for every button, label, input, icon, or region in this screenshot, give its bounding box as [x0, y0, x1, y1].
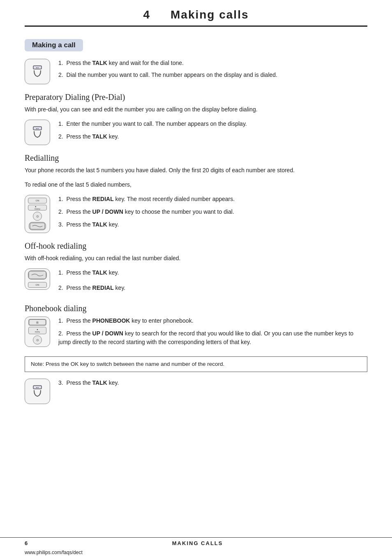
offhook-steps: 1. Press the TALK key. 2. Press the REDI… [58, 268, 367, 296]
step-item: 1. Press the REDIAL key. The most recent… [58, 195, 367, 203]
preparatory-dialing-heading: Preparatory Dialing (Pre-Dial) [25, 92, 367, 102]
phonebook-heading: Phonebook dialing [25, 304, 367, 313]
making-a-call-section: Making a call ■ ■ 1. Press the TALK [25, 39, 367, 84]
redialling-intro: Your phone records the last 5 numbers yo… [25, 166, 367, 175]
chapter-number: 4 [143, 8, 151, 21]
redialling-content: ON ▲menu ⊙ 1. Pre [25, 195, 367, 233]
step-item: 1. Press the TALK key and wait for the d… [58, 59, 367, 67]
offhook-intro: With off-hook redialing, you can redial … [25, 254, 367, 263]
note-box: Note: Press the OK key to switch between… [25, 356, 367, 372]
handset-icon-making-call: ■ ■ [25, 59, 50, 84]
chapter-title: Making calls [171, 8, 249, 21]
making-a-call-heading: Making a call [32, 41, 76, 49]
multibutton-icon-offhook: ON [25, 268, 50, 290]
redialling-steps: 1. Press the REDIAL key. The most recent… [58, 195, 367, 232]
preparatory-dialing-section: Preparatory Dialing (Pre-Dial) With pre-… [25, 92, 367, 145]
step-item: 3. Press the TALK key. [58, 379, 367, 387]
phonebook-steps: 1. Press the PHONEBOOK key to enter phon… [58, 317, 367, 350]
step-item: 2. Press the REDIAL key. [58, 284, 367, 292]
step-item: 2. Dial the number you want to call. The… [58, 71, 367, 79]
step-item: 1. Press the TALK key. [58, 268, 367, 277]
step-item: 1. Press the PHONEBOOK key to enter phon… [58, 317, 367, 325]
svg-text:■ ■: ■ ■ [36, 127, 39, 129]
offhook-heading: Off-hook redialing [25, 241, 367, 251]
step-item: 2. Press the TALK key. [58, 132, 367, 141]
svg-text:■ ■: ■ ■ [36, 67, 39, 69]
phonebook-section: Phonebook dialing ⊞ ▲menu ⊙ [25, 304, 367, 404]
step-item: 2. Press the UP / DOWN key to choose the… [58, 208, 367, 216]
footer-page-number: 6 [25, 540, 28, 546]
redialling-heading: Redialling [25, 153, 367, 163]
making-a-call-content: ■ ■ 1. Press the TALK key and wait for t… [25, 59, 367, 84]
note-text: Note: Press the OK key to switch between… [31, 361, 224, 367]
redialling-intro2: To redial one of the last 5 dialed numbe… [25, 180, 367, 189]
preparatory-dialing-content: ■ ■ 1. Enter the number you want to call… [25, 120, 367, 145]
step-item: 2. Press the UP / DOWN key to search for… [58, 329, 367, 347]
offhook-section: Off-hook redialing With off-hook rediali… [25, 241, 367, 296]
redialling-section: Redialling Your phone records the last 5… [25, 153, 367, 233]
phonebook-content: ⊞ ▲menu ⊙ 1. Press the PHONEBOOK key to … [25, 317, 367, 350]
multibutton-icon-redial: ON ▲menu ⊙ [25, 195, 50, 233]
making-a-call-steps: 1. Press the TALK key and wait for the d… [58, 59, 367, 83]
making-a-call-heading-box: Making a call [25, 39, 83, 51]
svg-text:■ ■: ■ ■ [36, 386, 39, 388]
preparatory-dialing-intro: With pre-dial, you can see and edit the … [25, 105, 367, 114]
phonebook-icon: ⊞ ▲menu ⊙ [25, 317, 50, 347]
step-item: 1. Enter the number you want to call. Th… [58, 120, 367, 128]
footer-section-title: MAKING CALLS [172, 540, 223, 546]
phonebook-step3: 3. Press the TALK key. [58, 379, 367, 391]
step-item: 3. Press the TALK key. [58, 220, 367, 229]
footer-url: www.philips.com/faqs/dect [25, 550, 83, 555]
page-footer: 6 MAKING CALLS [0, 537, 392, 549]
page-title: 4 Making calls [143, 8, 249, 21]
offhook-content: ON 1. Press the TALK key. 2. Press the R… [25, 268, 367, 296]
svg-text:⊞: ⊞ [36, 321, 39, 324]
preparatory-dialing-steps: 1. Enter the number you want to call. Th… [58, 120, 367, 144]
phonebook-step3-content: ■ ■ 3. Press the TALK key. [25, 379, 367, 404]
handset-icon-phonebook-step3: ■ ■ [25, 379, 50, 404]
page-header: 4 Making calls [25, 8, 367, 27]
handset-icon-predial: ■ ■ [25, 120, 50, 145]
page: 4 Making calls Making a call ■ ■ [0, 0, 392, 557]
